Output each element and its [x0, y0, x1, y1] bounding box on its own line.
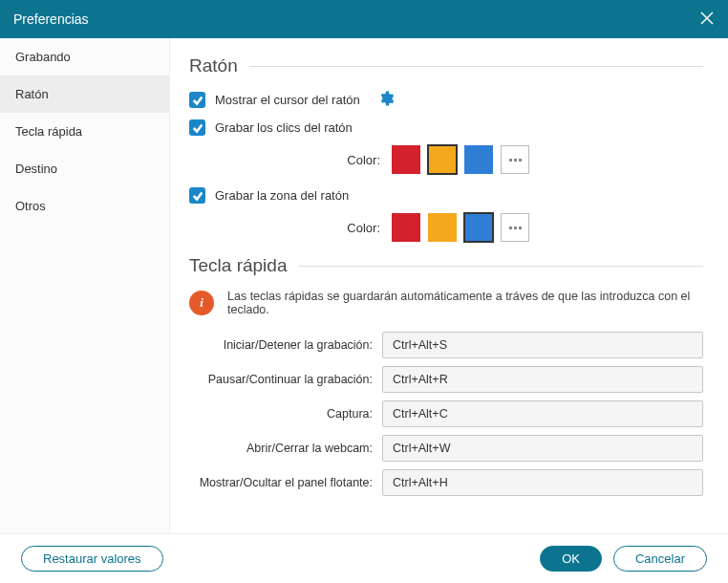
checkbox-record-zone[interactable] [189, 187, 205, 204]
hk-input-floating-panel[interactable] [382, 469, 703, 496]
section-title-hotkey-text: Tecla rápida [189, 255, 287, 276]
label-show-cursor: Mostrar el cursor del ratón [215, 93, 360, 107]
section-title-mouse-text: Ratón [189, 55, 238, 76]
swatch-click-2[interactable] [464, 145, 493, 174]
swatch-click-1[interactable] [428, 145, 457, 174]
sidebar-item-destino[interactable]: Destino [0, 150, 169, 187]
hk-input-webcam[interactable] [382, 435, 703, 462]
swatch-zone-1[interactable] [428, 213, 457, 242]
restore-button[interactable]: Restaurar valores [21, 546, 163, 572]
more-colors-clicks[interactable] [501, 145, 529, 174]
sidebar-item-tecla-rapida[interactable]: Tecla rápida [0, 113, 169, 150]
footer: Restaurar valores OK Cancelar [0, 533, 728, 583]
cancel-button[interactable]: Cancelar [613, 546, 707, 572]
hk-label-0: Iniciar/Detener la grabación: [189, 338, 382, 352]
swatch-zone-0[interactable] [392, 213, 420, 242]
titlebar: Preferencias [0, 0, 728, 38]
info-text: Las teclas rápidas se guardarán automáti… [227, 290, 703, 316]
hk-label-3: Abrir/Cerrar la webcam: [189, 442, 382, 455]
window-title: Preferencias [13, 11, 89, 27]
sidebar-item-otros[interactable]: Otros [0, 187, 169, 225]
checkbox-record-clicks[interactable] [189, 119, 205, 136]
more-colors-zone[interactable] [501, 213, 529, 242]
hk-input-pause-resume[interactable] [382, 366, 703, 393]
hk-input-start-stop[interactable] [382, 332, 703, 358]
gear-icon[interactable] [377, 90, 395, 110]
main-panel: Ratón Mostrar el cursor del ratón Grabar… [170, 38, 728, 533]
section-title-hotkey: Tecla rápida [189, 255, 703, 276]
label-record-clicks: Grabar los clics del ratón [215, 120, 353, 135]
swatch-zone-2[interactable] [464, 213, 493, 242]
checkbox-show-cursor[interactable] [189, 92, 205, 108]
sidebar-item-grabando[interactable]: Grabando [0, 38, 169, 76]
swatch-click-0[interactable] [392, 145, 420, 174]
hk-input-capture[interactable] [382, 400, 703, 427]
label-record-zone: Grabar la zona del ratón [215, 188, 349, 203]
color-label-zone: Color: [216, 221, 392, 235]
hk-label-4: Mostrar/Ocultar el panel flotante: [189, 476, 382, 489]
sidebar: Grabando Ratón Tecla rápida Destino Otro… [0, 38, 170, 533]
ok-button[interactable]: OK [540, 546, 602, 572]
hk-label-1: Pausar/Continuar la grabación: [189, 373, 382, 386]
close-icon[interactable] [699, 11, 715, 29]
info-icon: i [189, 291, 214, 315]
sidebar-item-raton[interactable]: Ratón [0, 76, 169, 113]
color-label-clicks: Color: [216, 153, 392, 167]
section-title-mouse: Ratón [189, 55, 703, 76]
hk-label-2: Captura: [189, 407, 382, 421]
